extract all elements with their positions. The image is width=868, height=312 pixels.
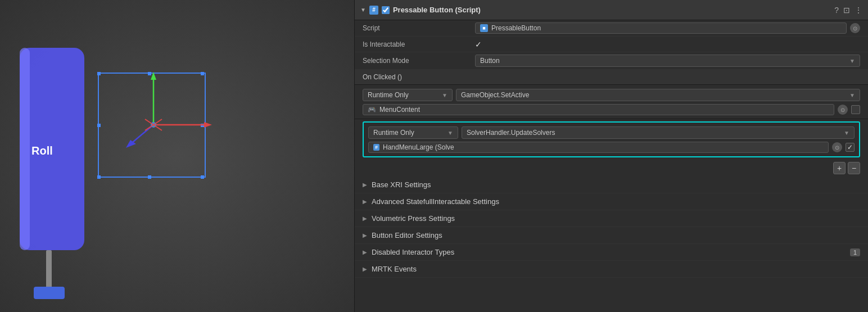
selection-mode-label: Selection Mode — [363, 57, 475, 65]
event2-object-field[interactable]: # HandMenuLarge (Solve — [368, 142, 829, 153]
mrtk-events-label: MRTK Events — [372, 265, 417, 273]
button-editor-settings-label: Button Editor Settings — [372, 231, 442, 239]
disabled-interactor-types-section[interactable]: ▶ Disabled Interactor Types 1 — [355, 244, 868, 261]
selection-mode-value: Button — [480, 57, 500, 65]
is-interactable-checkmark[interactable]: ✓ — [475, 40, 482, 49]
script-icon: # — [369, 6, 378, 15]
collapse-arrow-icon[interactable]: ▼ — [360, 7, 366, 13]
component-title: Pressable Button (Script) — [393, 6, 831, 14]
svg-text:Roll: Roll — [31, 144, 53, 157]
selection-mode-row: Selection Mode Button ▼ — [355, 52, 868, 70]
volumetric-press-arrow-icon: ▶ — [363, 215, 367, 221]
add-remove-row: + − — [355, 160, 868, 177]
svg-rect-10 — [97, 124, 101, 127]
add-event-button[interactable]: + — [833, 162, 846, 174]
disabled-interactor-arrow-icon: ▶ — [363, 249, 367, 255]
event2-mode-arrow: ▼ — [447, 130, 453, 136]
event1-method-dropdown[interactable]: GameObject.SetActive ▼ — [456, 89, 860, 101]
event2-mode-dropdown[interactable]: Runtime Only ▼ — [368, 126, 458, 139]
event1-object-select-button[interactable]: ⊙ — [838, 105, 848, 115]
layout-icon[interactable]: ⊡ — [843, 6, 850, 15]
event2-method-dropdown[interactable]: SolverHandler.UpdateSolvers ▼ — [462, 126, 855, 139]
event1-checkbox[interactable] — [851, 105, 860, 114]
volumetric-press-settings-section[interactable]: ▶ Volumetric Press Settings — [355, 210, 868, 227]
svg-rect-9 — [148, 175, 151, 179]
inspector-panel: ▼ # Pressable Button (Script) ? ⊡ ⋮ Scri… — [354, 0, 868, 312]
event2-object-icon: # — [373, 144, 379, 151]
base-xri-arrow-icon: ▶ — [363, 182, 367, 188]
event2-checkbox[interactable]: ✓ — [846, 143, 855, 152]
event2-object-select-button[interactable]: ⊙ — [832, 142, 842, 152]
event2-object-value: HandMenuLarge (Solve — [383, 143, 454, 151]
is-interactable-label: Is Interactable — [363, 40, 475, 48]
volumetric-press-settings-label: Volumetric Press Settings — [372, 214, 455, 223]
advanced-stateful-settings-label: Advanced StatefullInteractable Settings — [372, 197, 499, 206]
mrtk-events-section[interactable]: ▶ MRTK Events — [355, 261, 868, 278]
button-editor-settings-section[interactable]: ▶ Button Editor Settings — [355, 227, 868, 244]
event1-object-icon: 🎮 — [368, 106, 376, 114]
event1-mode-value: Runtime Only — [368, 91, 409, 99]
selection-mode-dropdown-arrow: ▼ — [849, 58, 855, 64]
disabled-interactor-types-label: Disabled Interactor Types — [372, 248, 454, 256]
is-interactable-row: Is Interactable ✓ — [355, 37, 868, 52]
svg-rect-8 — [148, 72, 151, 75]
base-xri-settings-section[interactable]: ▶ Base XRI Settings — [355, 177, 868, 193]
svg-rect-2 — [20, 48, 30, 250]
script-field[interactable]: ■ PressableButton — [475, 22, 847, 34]
event2-mode-value: Runtime Only — [373, 129, 414, 137]
svg-rect-23 — [34, 287, 65, 299]
script-value: PressableButton — [491, 24, 541, 32]
event-row-1-top: Runtime Only ▼ GameObject.SetActive ▼ — [363, 87, 860, 103]
advanced-stateful-settings-section[interactable]: ▶ Advanced StatefullInteractable Setting… — [355, 193, 868, 210]
button-editor-arrow-icon: ▶ — [363, 232, 367, 238]
event2-method-arrow: ▼ — [844, 130, 849, 136]
svg-rect-6 — [97, 175, 101, 179]
advanced-stateful-arrow-icon: ▶ — [363, 198, 367, 205]
event1-mode-dropdown[interactable]: Runtime Only ▼ — [363, 89, 453, 101]
event1-object-field[interactable]: 🎮 MenuContent — [363, 104, 834, 115]
svg-rect-7 — [201, 175, 204, 179]
component-header: ▼ # Pressable Button (Script) ? ⊡ ⋮ — [355, 0, 868, 20]
svg-rect-4 — [97, 72, 101, 75]
event1-method-arrow: ▼ — [849, 92, 855, 98]
menu-icon[interactable]: ⋮ — [855, 6, 862, 15]
event-block-1: Runtime Only ▼ GameObject.SetActive ▼ 🎮 … — [355, 85, 868, 119]
event1-object-value: MenuContent — [379, 106, 420, 114]
component-enabled-checkbox[interactable] — [382, 6, 390, 14]
remove-event-button[interactable]: − — [848, 162, 860, 174]
script-file-icon: ■ — [480, 24, 488, 32]
event-block-2-selected: Runtime Only ▼ SolverHandler.UpdateSolve… — [363, 121, 860, 157]
event1-mode-arrow: ▼ — [442, 92, 447, 98]
event-row-2-top: Runtime Only ▼ SolverHandler.UpdateSolve… — [368, 125, 855, 141]
script-label: Script — [363, 24, 475, 32]
event-object-row-1: 🎮 MenuContent ⊙ — [363, 103, 860, 116]
svg-rect-5 — [201, 72, 204, 75]
script-select-button[interactable]: ⊙ — [850, 23, 860, 33]
event-object-row-2: # HandMenuLarge (Solve ⊙ ✓ — [368, 141, 855, 154]
base-xri-settings-label: Base XRI Settings — [372, 180, 431, 189]
viewport: Roll — [0, 0, 354, 312]
script-property-row: Script ■ PressableButton ⊙ — [355, 20, 868, 37]
event1-method-value: GameObject.SetActive — [461, 91, 529, 99]
disabled-interactor-count-badge: 1 — [850, 248, 860, 256]
event2-method-value: SolverHandler.UpdateSolvers — [467, 129, 555, 137]
mrtk-events-arrow-icon: ▶ — [363, 266, 367, 272]
help-icon[interactable]: ? — [834, 6, 839, 15]
selection-mode-dropdown[interactable]: Button ▼ — [475, 55, 860, 67]
on-clicked-header: On Clicked () — [355, 70, 868, 85]
on-clicked-label: On Clicked () — [363, 73, 402, 81]
